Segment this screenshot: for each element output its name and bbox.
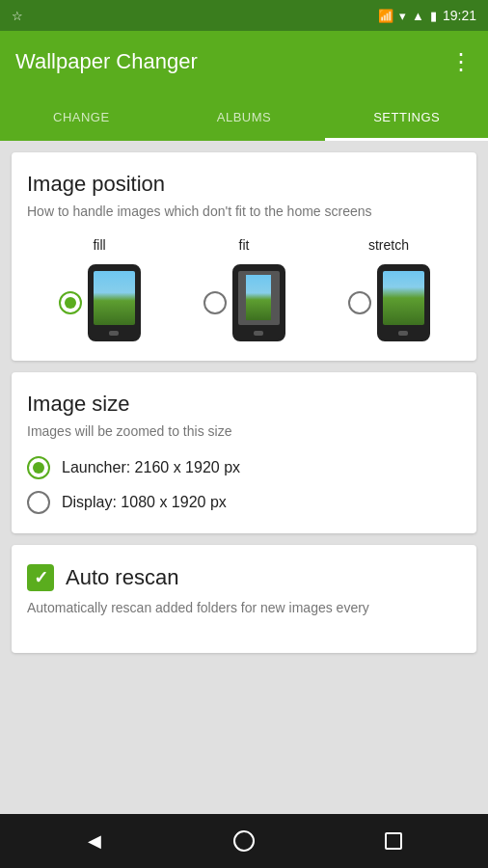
fit-image [246, 275, 271, 321]
image-size-title: Image size [27, 392, 461, 417]
position-option-fill[interactable]: fill [59, 237, 141, 341]
fit-label: fit [239, 237, 250, 253]
app-title: Wallpaper Changer [15, 49, 198, 74]
display-label: Display: 1080 x 1920 px [62, 494, 227, 511]
tab-bar: CHANGE ALBUMS SETTINGS [0, 93, 488, 141]
fit-phone-mockup [232, 264, 285, 341]
fill-radio[interactable] [59, 291, 82, 314]
image-position-card: Image position How to handle images whic… [12, 152, 476, 361]
bottom-nav: ◀ [0, 814, 488, 868]
stretch-phone-screen [383, 271, 424, 325]
size-option-display[interactable]: Display: 1080 x 1920 px [27, 491, 461, 514]
back-icon: ◀ [88, 830, 101, 852]
bluetooth-icon: 📶 [378, 9, 393, 23]
stretch-phone-button [398, 331, 408, 336]
stretch-image [383, 271, 424, 325]
android-icon: ☆ [12, 9, 23, 23]
launcher-radio-inner [33, 462, 44, 474]
checkbox-check-icon: ✓ [34, 567, 48, 588]
auto-rescan-header: ✓ Auto rescan [27, 564, 461, 591]
home-button[interactable] [225, 822, 263, 860]
svg-point-0 [234, 831, 254, 851]
recents-button[interactable] [374, 822, 413, 860]
position-option-fit[interactable]: fit [203, 237, 285, 341]
recents-icon [384, 831, 403, 851]
size-options: Launcher: 2160 x 1920 px Display: 1080 x… [27, 456, 461, 514]
auto-rescan-subtitle: Automatically rescan added folders for n… [27, 599, 461, 618]
fill-label: fill [93, 237, 105, 253]
image-position-subtitle: How to handle images which don't fit to … [27, 203, 461, 222]
status-bar: ☆ 📶 ▾ ▲ ▮ 19:21 [0, 0, 488, 31]
more-options-icon[interactable]: ⋮ [449, 48, 473, 75]
display-radio[interactable] [27, 491, 50, 514]
fit-phone-screen [238, 271, 280, 325]
auto-rescan-title: Auto rescan [66, 565, 178, 590]
tab-albums[interactable]: ALBUMS [163, 93, 326, 141]
fill-phone-mockup [88, 264, 141, 341]
image-size-card: Image size Images will be zoomed to this… [12, 372, 476, 534]
image-position-title: Image position [27, 172, 461, 197]
auto-rescan-card: ✓ Auto rescan Automatically rescan added… [12, 545, 476, 653]
stretch-phone-mockup [377, 264, 430, 341]
launcher-radio[interactable] [27, 456, 50, 479]
signal-icon: ▲ [412, 9, 424, 23]
fill-radio-inner [65, 297, 76, 309]
size-option-launcher[interactable]: Launcher: 2160 x 1920 px [27, 456, 461, 479]
fit-radio[interactable] [203, 291, 227, 314]
tab-change[interactable]: CHANGE [0, 93, 163, 141]
app-bar: Wallpaper Changer ⋮ [0, 31, 488, 93]
home-icon [233, 830, 255, 852]
fill-phone-button [109, 331, 119, 336]
position-option-stretch[interactable]: stretch [348, 237, 430, 341]
svg-rect-1 [386, 833, 401, 849]
stretch-radio[interactable] [348, 291, 371, 314]
status-time: 19:21 [443, 8, 476, 23]
auto-rescan-checkbox[interactable]: ✓ [27, 564, 54, 591]
battery-icon: ▮ [430, 9, 437, 23]
fill-image [94, 271, 135, 325]
tab-settings[interactable]: SETTINGS [325, 93, 488, 141]
back-button[interactable]: ◀ [75, 822, 114, 860]
fill-phone-screen [94, 271, 135, 325]
wifi-icon: ▾ [399, 9, 406, 23]
fit-phone-button [254, 331, 263, 336]
fit-screen-bg [238, 271, 280, 325]
launcher-label: Launcher: 2160 x 1920 px [62, 459, 240, 476]
stretch-label: stretch [368, 237, 409, 253]
settings-content: Image position How to handle images whic… [0, 141, 488, 814]
image-size-subtitle: Images will be zoomed to this size [27, 422, 461, 442]
